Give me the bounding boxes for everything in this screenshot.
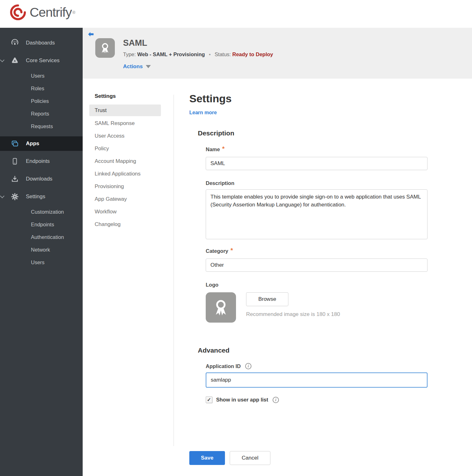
category-field-label: Category *: [206, 248, 429, 254]
info-icon[interactable]: i: [273, 397, 279, 403]
vertical-divider: [174, 95, 174, 446]
sidebar-item-settings-users[interactable]: Users: [0, 256, 83, 269]
sidebar-item-customization[interactable]: Customization: [0, 205, 83, 218]
gear-icon: [11, 193, 19, 201]
sidebar-item-label: Settings: [26, 193, 45, 200]
page-title: SAML: [123, 38, 147, 48]
back-arrow-icon[interactable]: [87, 31, 95, 38]
download-icon: [11, 175, 19, 183]
sidebar-item-label: Dashboards: [26, 40, 55, 46]
form-title: Settings: [189, 92, 429, 105]
apps-icon: [11, 140, 19, 148]
subnav-item-policy[interactable]: Policy: [89, 142, 161, 155]
sidebar-item-label: Endpoints: [26, 158, 50, 164]
browse-button[interactable]: Browse: [246, 292, 288, 306]
required-asterisk: *: [222, 147, 225, 150]
application-id-input[interactable]: [206, 372, 428, 388]
ribbon-award-icon: [98, 41, 112, 55]
sidebar: Dashboards Core Services Users Roles Pol…: [0, 28, 83, 476]
type-label: Type:: [123, 51, 136, 57]
sidebar-item-label: Downloads: [26, 176, 52, 182]
brand-name: Centrify: [30, 5, 72, 20]
sidebar-item-network[interactable]: Network: [0, 243, 83, 256]
description-section-heading: Description: [198, 129, 429, 137]
brand-logo: Centrify ®: [9, 3, 75, 21]
subnav-item-trust[interactable]: Trust: [89, 104, 161, 116]
advanced-section-heading: Advanced: [198, 347, 429, 354]
dropdown-arrow-icon: [146, 65, 151, 68]
subnav-item-saml-response[interactable]: SAML Response: [89, 117, 161, 130]
status-label: Status:: [215, 51, 231, 57]
core-services-icon: [11, 57, 19, 65]
sidebar-item-dashboards[interactable]: Dashboards: [0, 34, 83, 52]
subnav-item-changelog[interactable]: Changelog: [89, 218, 161, 231]
meta-separator: •: [209, 51, 211, 57]
logo-preview: [206, 292, 236, 323]
subnav-item-app-gateway[interactable]: App Gateway: [89, 193, 161, 205]
subnav-heading: Settings: [89, 93, 161, 99]
sidebar-item-core-services[interactable]: Core Services: [0, 52, 83, 69]
sidebar-item-users[interactable]: Users: [0, 69, 83, 82]
logo-size-hint: Recommended image size is 180 x 180: [246, 311, 340, 318]
top-bar: Centrify ®: [0, 0, 472, 28]
sidebar-item-policies[interactable]: Policies: [0, 95, 83, 107]
name-field-label: Name *: [206, 146, 429, 152]
sidebar-item-endpoints[interactable]: Endpoints: [0, 152, 83, 170]
type-value: Web - SAML + Provisioning: [137, 51, 205, 57]
chevron-down-icon: [0, 194, 4, 198]
sidebar-item-label: Apps: [26, 140, 39, 147]
settings-form: Settings Learn more Description Name * D…: [189, 92, 429, 465]
sidebar-item-requests[interactable]: Requests: [0, 120, 83, 133]
info-icon[interactable]: i: [245, 363, 251, 369]
sidebar-item-settings-endpoints[interactable]: Endpoints: [0, 218, 83, 231]
name-input[interactable]: [206, 157, 428, 170]
category-input[interactable]: [206, 259, 428, 272]
ribbon-award-icon: [210, 296, 232, 318]
sidebar-item-roles[interactable]: Roles: [0, 82, 83, 95]
subnav-item-account-mapping[interactable]: Account Mapping: [89, 155, 161, 168]
sidebar-item-settings[interactable]: Settings: [0, 188, 83, 205]
sidebar-item-apps[interactable]: Apps: [0, 136, 83, 151]
status-badge: Ready to Deploy: [232, 51, 273, 57]
learn-more-link[interactable]: Learn more: [189, 110, 217, 116]
app-logo-badge: [95, 38, 115, 58]
sidebar-item-label: Core Services: [26, 57, 60, 64]
settings-subnav: Settings Trust SAML Response User Access…: [89, 93, 161, 231]
show-in-user-app-list-label: Show in user app list: [216, 397, 268, 403]
show-in-user-app-list-checkbox[interactable]: ✓: [206, 396, 212, 403]
save-button[interactable]: Save: [189, 451, 225, 465]
description-field-label: Description: [206, 180, 429, 186]
mobile-device-icon: [11, 157, 19, 165]
sidebar-item-reports[interactable]: Reports: [0, 107, 83, 120]
subnav-item-linked-applications[interactable]: Linked Applications: [89, 168, 161, 180]
sidebar-item-downloads[interactable]: Downloads: [0, 170, 83, 188]
actions-label: Actions: [123, 63, 143, 70]
subnav-item-user-access[interactable]: User Access: [89, 130, 161, 142]
app-meta-line: Type: Web - SAML + Provisioning • Status…: [123, 51, 273, 57]
gauge-icon: [11, 39, 19, 47]
subnav-item-workflow[interactable]: Workflow: [89, 205, 161, 218]
sidebar-item-authentication[interactable]: Authentication: [0, 231, 83, 243]
cancel-button[interactable]: Cancel: [230, 451, 270, 465]
centrify-swirl-icon: [9, 3, 27, 21]
registered-mark: ®: [72, 10, 75, 15]
logo-field-label: Logo: [206, 282, 429, 288]
actions-dropdown[interactable]: Actions: [123, 63, 151, 70]
check-icon: ✓: [207, 397, 211, 403]
application-id-field-label: Application ID i: [206, 363, 429, 369]
description-textarea[interactable]: This template enables you to provide sin…: [206, 189, 428, 239]
subnav-item-provisioning[interactable]: Provisioning: [89, 180, 161, 193]
required-asterisk: *: [231, 249, 233, 252]
app-header: SAML Type: Web - SAML + Provisioning • S…: [83, 28, 472, 79]
chevron-down-icon: [0, 58, 4, 62]
